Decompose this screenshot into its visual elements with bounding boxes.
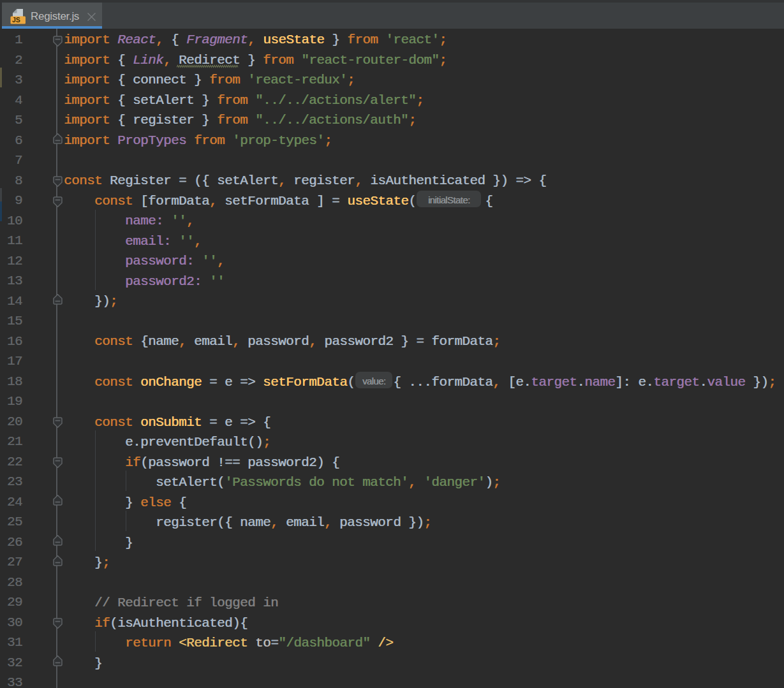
svg-text:JS: JS: [12, 16, 20, 24]
